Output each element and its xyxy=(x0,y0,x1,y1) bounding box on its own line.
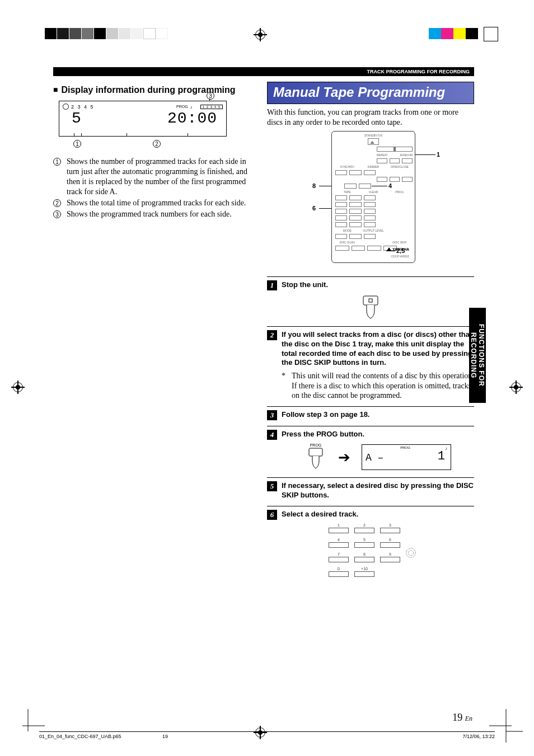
leader-8: 8 xyxy=(312,182,316,189)
step-note: * This unit will read the contents of a … xyxy=(282,371,474,401)
right-title: Manual Tape Programming xyxy=(267,82,474,104)
mini-track-box: 1 2 3 4 5 xyxy=(200,105,223,109)
step-4: 4 Press the PROG button. PROG xyxy=(267,426,474,477)
crop-corner xyxy=(11,709,45,745)
step-5: 5 If necessary, select a desired disc by… xyxy=(267,477,474,506)
step-2: 2 If you will select tracks from a disc … xyxy=(267,326,474,406)
list-item: 2 Shows the total time of programmed tra… xyxy=(53,198,251,208)
registration-mark xyxy=(254,28,267,41)
svg-point-4 xyxy=(408,550,413,555)
step-3: 3 Follow step 3 on page 18. xyxy=(267,406,474,426)
remote-model: CDC8 VA0915 xyxy=(391,255,409,258)
section-header-strip: TRACK PROGRAMMING FOR RECORDING xyxy=(53,67,474,76)
display-big-right: 20:00 xyxy=(167,110,217,127)
step-title: If necessary, select a desired disc by p… xyxy=(282,481,474,500)
content-area: TRACK PROGRAMMING FOR RECORDING Display … xyxy=(53,67,474,587)
steps: 1 Stop the unit. 2 If you will select xyxy=(267,276,474,587)
print-colorbar-right xyxy=(429,28,478,39)
svg-point-3 xyxy=(406,548,416,557)
keypad-illustration: 1 2 3 4 5 6 7 8 xyxy=(329,523,413,577)
prog-indicator: PROG xyxy=(176,105,188,109)
registration-mark xyxy=(11,381,25,394)
step-title: Follow step 3 on page 18. xyxy=(282,410,369,420)
leader-4: 4 xyxy=(388,182,392,189)
step-title: Stop the unit. xyxy=(282,280,328,290)
intro-text: With this function, you can program trac… xyxy=(267,107,474,128)
footer-file: 01_En_04_func_CDC-697_UAB.p65 xyxy=(39,734,121,739)
page: TRACK PROGRAMMING FOR RECORDING Display … xyxy=(0,0,534,756)
registration-mark xyxy=(509,381,523,394)
leader-25: 2,5 xyxy=(396,247,405,254)
prog-button-icon xyxy=(305,447,327,469)
step-title: Select a desired track. xyxy=(282,510,358,519)
step-title: Press the PROG button. xyxy=(282,430,364,439)
step-number: 1 xyxy=(267,280,277,290)
leader-1: 1 xyxy=(437,151,440,158)
step-1: 1 Stop the unit. xyxy=(267,276,474,326)
page-number: 19 En xyxy=(452,712,472,724)
left-column: Display information during programming 3… xyxy=(53,82,251,587)
step-number: 2 xyxy=(267,330,277,340)
print-colorbar-left xyxy=(45,28,168,39)
step-6: 6 Select a desired track. 1 2 3 4 5 xyxy=(267,506,474,587)
stop-button-icon xyxy=(357,295,385,321)
display-illustration: 3 2 3 4 5 PROG ♪ 1 2 3 4 5 5 20:00 xyxy=(59,101,227,150)
list-item: 3 Shows the programmed track numbers for… xyxy=(53,209,251,219)
step-number: 5 xyxy=(267,481,277,491)
press-burst-icon xyxy=(405,547,417,559)
step-number: 3 xyxy=(267,410,277,420)
speaker-icon: ♪ xyxy=(190,105,196,109)
left-heading: Display information during programming xyxy=(53,85,251,95)
step-title: If you will select tracks from a disc (o… xyxy=(282,330,474,368)
disc-ring-icon xyxy=(63,104,69,110)
svg-rect-0 xyxy=(363,296,378,305)
footer-page: 19 xyxy=(162,734,168,739)
arrow-right-icon: ➔ xyxy=(338,449,350,466)
svg-rect-2 xyxy=(309,448,322,456)
step-number: 6 xyxy=(267,510,277,520)
footer: 01_En_04_func_CDC-697_UAB.p65 19 7/12/06… xyxy=(39,731,495,739)
prog-label: PROG xyxy=(305,443,327,447)
crop-corner xyxy=(489,709,523,745)
remote-illustration: STANDBY/ON REPEATRANDOM SYNCHRODIMMEROPE… xyxy=(298,131,443,269)
remote-label: STANDBY/ON xyxy=(332,134,415,137)
side-tab: FUNCTIONS FOR RECORDING xyxy=(469,308,486,403)
list-item: 1 Shows the number of programmed tracks … xyxy=(53,157,251,197)
crop-box xyxy=(484,27,498,41)
right-column: Manual Tape Programming With this functi… xyxy=(267,82,474,587)
leader-6: 6 xyxy=(312,205,316,212)
display-big-left: 5 xyxy=(72,110,82,127)
mini-display: PROG♪ A – 1 xyxy=(362,444,451,470)
step-number: 4 xyxy=(267,430,277,440)
track-number-row: 2 3 4 5 xyxy=(71,104,95,110)
